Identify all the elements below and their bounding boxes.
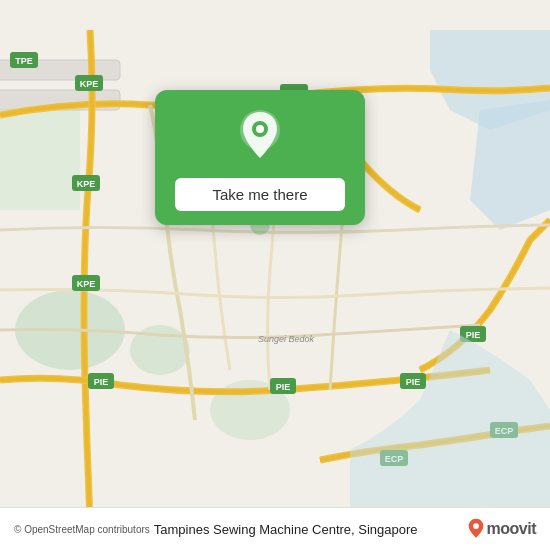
bottom-bar: © OpenStreetMap contributors Tampines Se… xyxy=(0,507,550,550)
pin-icon-wrapper xyxy=(236,108,284,168)
map-background: TPE TPE KPE KPE KPE PIE PIE PIE PIE ECP xyxy=(0,0,550,550)
svg-text:KPE: KPE xyxy=(77,179,96,189)
moovit-logo: moovit xyxy=(467,518,536,540)
svg-text:PIE: PIE xyxy=(94,377,109,387)
take-me-there-button[interactable]: Take me there xyxy=(175,178,345,211)
svg-text:PIE: PIE xyxy=(276,382,291,392)
moovit-pin-icon xyxy=(467,518,485,540)
svg-text:PIE: PIE xyxy=(466,330,481,340)
map-pin-icon xyxy=(236,108,284,164)
location-card: Take me there xyxy=(155,90,365,225)
svg-text:TPE: TPE xyxy=(15,56,33,66)
moovit-brand-text: moovit xyxy=(487,520,536,538)
svg-text:Sungei Bedok: Sungei Bedok xyxy=(258,334,315,344)
svg-text:KPE: KPE xyxy=(80,79,99,89)
location-name-text: Tampines Sewing Machine Centre, Singapor… xyxy=(154,522,467,537)
svg-text:PIE: PIE xyxy=(406,377,421,387)
map-svg: TPE TPE KPE KPE KPE PIE PIE PIE PIE ECP xyxy=(0,0,550,550)
attribution-text: © OpenStreetMap contributors xyxy=(14,524,150,535)
svg-point-37 xyxy=(473,523,479,529)
svg-point-36 xyxy=(256,125,264,133)
svg-text:KPE: KPE xyxy=(77,279,96,289)
map-container: TPE TPE KPE KPE KPE PIE PIE PIE PIE ECP xyxy=(0,0,550,550)
